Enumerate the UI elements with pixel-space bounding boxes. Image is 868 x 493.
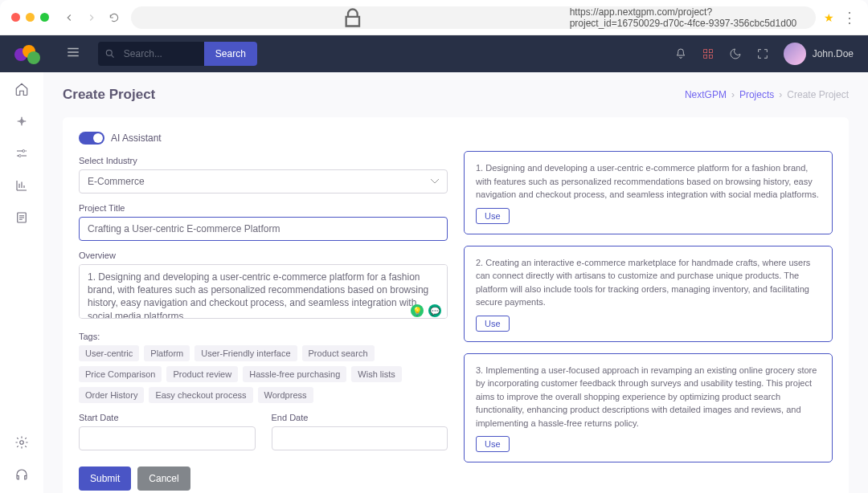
suggestion-text: 2. Creating an interactive e-commerce ma… — [476, 256, 821, 309]
add-icon[interactable] — [14, 114, 29, 128]
breadcrumb-root[interactable]: NextGPM — [685, 89, 727, 100]
sliders-icon[interactable] — [14, 146, 29, 161]
tag[interactable]: User-Friendly interface — [194, 345, 297, 361]
svg-rect-1 — [703, 50, 706, 53]
doc-icon[interactable] — [14, 210, 29, 225]
sidebar — [0, 72, 43, 493]
fullscreen-icon[interactable] — [756, 47, 769, 60]
search-input[interactable] — [116, 42, 204, 66]
gear-icon[interactable] — [14, 435, 29, 450]
user-menu[interactable]: John.Doe — [784, 43, 854, 65]
search-icon — [98, 42, 116, 66]
start-date-input[interactable] — [79, 426, 256, 450]
ai-assistant-toggle[interactable] — [79, 132, 104, 145]
browser-menu-icon[interactable]: ⋮ — [842, 9, 857, 26]
title-label: Project Title — [79, 203, 448, 213]
tag[interactable]: Wish lists — [351, 366, 401, 382]
use-button[interactable]: Use — [476, 436, 510, 452]
tag[interactable]: Platform — [144, 345, 190, 361]
forward-icon[interactable] — [86, 12, 97, 23]
ai-assistant-label: AI Assistant — [111, 132, 162, 144]
menu-toggle-icon[interactable] — [66, 45, 80, 63]
start-date-label: Start Date — [79, 413, 256, 422]
minimize-window-icon[interactable] — [26, 13, 35, 22]
svg-rect-4 — [709, 55, 712, 58]
industry-select[interactable]: E-Commerce — [79, 169, 448, 194]
home-icon[interactable] — [14, 82, 29, 96]
tags-list: User-centricPlatformUser-Friendly interf… — [79, 345, 448, 403]
overview-textarea[interactable]: 1. Designing and developing a user-centr… — [79, 264, 448, 319]
tag[interactable]: Hassle-free purchasing — [243, 366, 346, 382]
suggestion-card: 3. Implementing a user-focused approach … — [464, 353, 833, 463]
url-bar[interactable]: https://app.nextgpm.com/project?project_… — [131, 6, 816, 29]
theme-toggle-icon[interactable] — [729, 47, 742, 60]
cancel-button[interactable]: Cancel — [137, 467, 190, 491]
back-icon[interactable] — [63, 12, 75, 23]
title-input[interactable] — [79, 217, 448, 241]
global-search: Search — [98, 42, 257, 66]
browser-chrome: https://app.nextgpm.com/project?project_… — [0, 0, 868, 35]
apps-grid-icon[interactable] — [702, 47, 714, 60]
app-logo[interactable] — [14, 45, 39, 63]
suggestion-card: 2. Creating an interactive e-commerce ma… — [464, 246, 833, 342]
use-button[interactable]: Use — [476, 208, 510, 224]
close-window-icon[interactable] — [11, 13, 20, 22]
chat-icon[interactable]: 💬 — [428, 304, 441, 317]
chart-icon[interactable] — [14, 178, 29, 193]
suggestion-card: 1. Designing and developing a user-centr… — [464, 151, 833, 234]
tag[interactable]: Price Comparison — [79, 366, 162, 382]
svg-rect-3 — [703, 55, 706, 58]
tag[interactable]: Wordpress — [258, 387, 313, 403]
suggestion-text: 3. Implementing a user-focused approach … — [476, 364, 821, 430]
industry-label: Select Industry — [79, 156, 448, 165]
lock-icon — [142, 6, 563, 29]
bookmark-icon[interactable]: ★ — [824, 11, 834, 24]
use-button[interactable]: Use — [476, 316, 510, 332]
breadcrumb: NextGPM › Projects › Create Project — [685, 89, 849, 100]
tags-label: Tags: — [79, 332, 448, 341]
main-content: Create Project NextGPM › Projects › Crea… — [43, 72, 868, 493]
tag[interactable]: Product review — [166, 366, 238, 382]
submit-button[interactable]: Submit — [79, 467, 131, 491]
tag[interactable]: User-centric — [79, 345, 139, 361]
lightbulb-icon[interactable]: 💡 — [411, 304, 424, 317]
svg-rect-2 — [709, 50, 712, 53]
tag[interactable]: Easy checkout process — [149, 387, 252, 403]
end-date-input[interactable] — [272, 426, 448, 450]
bell-icon[interactable] — [674, 47, 687, 60]
overview-label: Overview — [79, 251, 448, 260]
url-text: https://app.nextgpm.com/project?project_… — [570, 6, 805, 29]
window-controls — [11, 13, 49, 22]
svg-point-0 — [106, 50, 112, 55]
username: John.Doe — [813, 48, 854, 59]
tag[interactable]: Order History — [79, 387, 144, 403]
browser-nav — [63, 12, 120, 23]
topbar: Search John.Doe — [0, 35, 868, 72]
search-button[interactable]: Search — [204, 42, 257, 66]
breadcrumb-leaf: Create Project — [787, 89, 849, 100]
tag[interactable]: Product search — [302, 345, 375, 361]
page-title: Create Project — [63, 87, 155, 103]
suggestion-text: 1. Designing and developing a user-centr… — [476, 161, 821, 202]
avatar — [784, 43, 806, 65]
svg-point-9 — [20, 441, 24, 445]
headset-icon[interactable] — [14, 467, 29, 482]
end-date-label: End Date — [272, 413, 448, 422]
breadcrumb-mid[interactable]: Projects — [739, 89, 774, 100]
reload-icon[interactable] — [108, 12, 120, 23]
maximize-window-icon[interactable] — [40, 13, 49, 22]
